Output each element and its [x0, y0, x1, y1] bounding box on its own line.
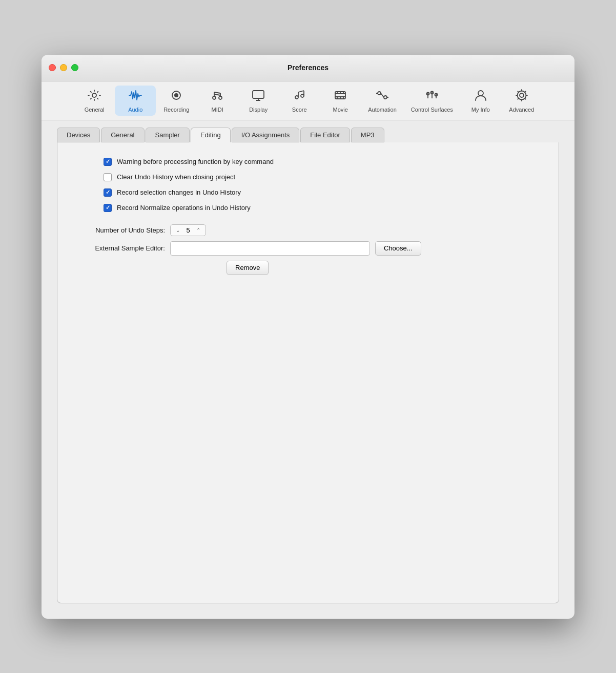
- control-surfaces-icon: [425, 89, 439, 105]
- toolbar-item-my-info[interactable]: My Info: [460, 86, 501, 116]
- checkbox-clear-undo[interactable]: [104, 173, 112, 181]
- content-area: Warning before processing function by ke…: [57, 142, 559, 603]
- window-title: Preferences: [288, 64, 328, 72]
- checkbox-warning[interactable]: [104, 158, 112, 166]
- undo-steps-stepper[interactable]: ⌄ 5 ⌃: [170, 224, 206, 236]
- external-editor-input[interactable]: [170, 241, 370, 256]
- checkbox-row-record-selection: Record selection changes in Undo History: [104, 188, 543, 197]
- tab-general[interactable]: General: [101, 128, 144, 142]
- checkbox-row-warning: Warning before processing function by ke…: [104, 158, 543, 166]
- svg-point-12: [295, 96, 298, 99]
- undo-steps-label: Number of Undo Steps:: [73, 226, 165, 234]
- record-icon: [170, 89, 183, 105]
- svg-point-27: [384, 96, 387, 99]
- checkbox-label-clear-undo: Clear Undo History when closing project: [117, 173, 235, 181]
- toolbar-item-score[interactable]: Score: [279, 86, 320, 116]
- external-editor-label: External Sample Editor:: [73, 244, 165, 252]
- tab-file-editor[interactable]: File Editor: [300, 128, 350, 142]
- toolbar-item-advanced[interactable]: Advanced: [501, 86, 542, 116]
- svg-line-8: [214, 94, 220, 95]
- checkbox-label-warning: Warning before processing function by ke…: [117, 158, 274, 165]
- toolbar-label-midi: MIDI: [212, 107, 223, 113]
- stepper-down-icon[interactable]: ⌄: [176, 227, 180, 233]
- tab-mp3[interactable]: MP3: [351, 128, 384, 142]
- svg-point-2: [174, 93, 178, 97]
- score-icon: [293, 89, 306, 105]
- tab-editing[interactable]: Editing: [191, 128, 231, 142]
- toolbar-item-general[interactable]: General: [74, 86, 115, 116]
- external-editor-row: External Sample Editor: Choose...: [73, 241, 543, 256]
- automation-icon: [376, 89, 389, 105]
- toolbar-label-display: Display: [249, 107, 268, 113]
- gear-icon: [88, 89, 101, 105]
- svg-point-4: [219, 96, 222, 99]
- tabs-row: Devices General Sampler Editing I/O Assi…: [42, 120, 574, 142]
- toolbar-label-automation: Automation: [368, 107, 397, 113]
- toolbar-item-midi[interactable]: MIDI: [197, 86, 238, 116]
- tab-devices[interactable]: Devices: [57, 128, 100, 142]
- toolbar-item-control-surfaces[interactable]: Control Surfaces: [404, 86, 460, 116]
- midi-icon: [211, 89, 224, 105]
- stepper-up-icon[interactable]: ⌃: [196, 227, 200, 233]
- svg-line-7: [214, 92, 220, 93]
- toolbar-item-recording[interactable]: Recording: [156, 86, 197, 116]
- svg-point-39: [517, 91, 526, 99]
- minimize-button[interactable]: [60, 64, 67, 71]
- stepper-value: 5: [184, 226, 192, 234]
- svg-point-13: [301, 94, 304, 97]
- checkbox-row-record-normalize: Record Normalize operations in Undo Hist…: [104, 204, 543, 212]
- toolbar-label-recording: Recording: [163, 107, 189, 113]
- traffic-lights: [49, 64, 78, 71]
- checkbox-label-record-normalize: Record Normalize operations in Undo Hist…: [117, 204, 251, 212]
- checkbox-row-clear-undo: Clear Undo History when closing project: [104, 173, 543, 181]
- tab-sampler[interactable]: Sampler: [146, 128, 190, 142]
- svg-point-38: [520, 93, 524, 97]
- remove-button[interactable]: Remove: [227, 261, 269, 275]
- svg-rect-9: [253, 91, 264, 98]
- svg-point-26: [378, 92, 381, 95]
- toolbar-label-my-info: My Info: [471, 107, 490, 113]
- undo-steps-row: Number of Undo Steps: ⌄ 5 ⌃: [73, 224, 543, 236]
- toolbar-label-advanced: Advanced: [509, 107, 534, 113]
- toolbar-label-control-surfaces: Control Surfaces: [411, 107, 453, 113]
- toolbar-item-display[interactable]: Display: [238, 86, 279, 116]
- toolbar: General Audio Recording: [42, 81, 574, 120]
- display-icon: [252, 89, 265, 105]
- toolbar-label-score: Score: [292, 107, 307, 113]
- person-icon: [474, 89, 487, 105]
- toolbar-label-movie: Movie: [333, 107, 348, 113]
- svg-point-3: [213, 96, 216, 99]
- close-button[interactable]: [49, 64, 56, 71]
- movie-icon: [334, 89, 347, 105]
- waveform-icon: [129, 89, 142, 105]
- tab-io-assignments[interactable]: I/O Assignments: [232, 128, 300, 142]
- svg-point-37: [478, 91, 483, 96]
- svg-point-0: [92, 93, 96, 97]
- toolbar-item-automation[interactable]: Automation: [361, 86, 404, 116]
- checkboxes-section: Warning before processing function by ke…: [104, 158, 543, 212]
- choose-button[interactable]: Choose...: [375, 241, 421, 256]
- svg-line-16: [298, 91, 304, 92]
- maximize-button[interactable]: [71, 64, 78, 71]
- toolbar-item-audio[interactable]: Audio: [115, 86, 156, 116]
- remove-row: Remove: [196, 261, 543, 275]
- checkbox-record-selection[interactable]: [104, 188, 112, 197]
- preferences-window: Preferences General Audio: [42, 55, 574, 619]
- advanced-icon: [515, 89, 528, 105]
- checkbox-label-record-selection: Record selection changes in Undo History: [117, 188, 241, 196]
- svg-line-29: [381, 93, 384, 97]
- titlebar: Preferences: [42, 55, 574, 81]
- toolbar-label-audio: Audio: [128, 107, 142, 113]
- toolbar-label-general: General: [85, 107, 105, 113]
- toolbar-item-movie[interactable]: Movie: [320, 86, 361, 116]
- checkbox-record-normalize[interactable]: [104, 204, 112, 212]
